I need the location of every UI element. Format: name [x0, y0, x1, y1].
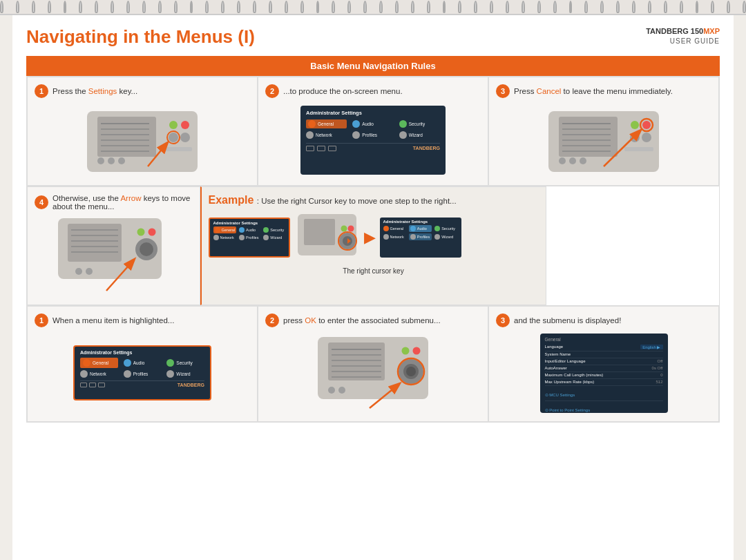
cursor-key-label: The right cursor key: [209, 267, 539, 275]
spiral-ring: [427, 1, 430, 13]
main-content: Navigating in the Menus (I) TANDBERG 150…: [12, 15, 734, 560]
step1-header: 1 Press the Settings key...: [35, 84, 250, 98]
device-svg-1: [73, 104, 211, 177]
spiral-ring: [79, 1, 82, 13]
page-title: Navigating in the Menus (I): [26, 26, 255, 48]
svg-point-70: [413, 347, 421, 354]
page-header: Navigating in the Menus (I) TANDBERG 150…: [26, 26, 720, 48]
row3-step1-number: 1: [35, 313, 48, 327]
row3-step3-header: 3 and the submenu is displayed!: [496, 313, 711, 327]
svg-point-48: [140, 242, 153, 256]
spiral-ring: [0, 1, 3, 13]
svg-point-29: [630, 133, 640, 142]
spiral-ring: [696, 1, 699, 13]
svg-point-78: [338, 387, 345, 394]
example-header: Example : Use the right Cursor key to mo…: [209, 194, 539, 206]
row2-grid: 4 Otherwise, use the Arrow keys to move …: [26, 186, 720, 306]
row3-step2-header: 2 press OK to enter the associated subme…: [265, 313, 481, 327]
spiral-ring: [316, 1, 320, 13]
device-svg-example: [294, 212, 360, 260]
spiral-ring: [490, 1, 493, 13]
spiral-ring: [522, 1, 525, 13]
spiral-ring: [711, 1, 714, 13]
right-arrow-separator: ▶: [364, 229, 376, 247]
step1-text: Press the Settings key...: [52, 87, 137, 95]
svg-point-52: [86, 268, 93, 275]
spiral-ring: [126, 1, 130, 13]
svg-point-46: [149, 229, 156, 236]
svg-point-73: [406, 367, 416, 376]
device-svg-3: [535, 104, 673, 177]
spiral-ring: [174, 1, 178, 13]
row3-step1-header: 1 When a menu item is highlighted...: [35, 313, 250, 327]
spiral-ring: [537, 1, 541, 13]
row3-step2-number: 2: [265, 313, 279, 327]
spiral-ring: [16, 1, 19, 13]
step4-number: 4: [35, 195, 48, 209]
spiral-ring: [616, 1, 620, 13]
spiral-ring: [158, 1, 162, 13]
menu-item-security: Security: [399, 119, 440, 128]
spiral-ring: [205, 1, 209, 13]
spiral-ring: [395, 1, 399, 13]
step2-number: 2: [265, 84, 279, 98]
menu-item-network: Network: [306, 131, 347, 139]
spiral-ring: [300, 1, 304, 13]
spiral-ring: [332, 1, 335, 13]
svg-point-33: [569, 157, 576, 164]
step3-text: Press Cancel to leave the menu immediate…: [514, 87, 673, 95]
svg-point-28: [642, 121, 651, 129]
submenu-row-inputlang: Input/Editor Language Off: [545, 358, 663, 365]
row3-cell3-image: General Language English ▶ System Name I…: [496, 331, 711, 414]
spiral-ring: [648, 1, 651, 13]
step2-image: Administrator Settings General Audio: [265, 102, 481, 178]
spiral-ring: [379, 1, 383, 13]
spiral-ring: [458, 1, 461, 13]
row2-cell1: 4 Otherwise, use the Arrow keys to move …: [27, 186, 200, 305]
svg-rect-62: [328, 342, 385, 380]
spiral-ring: [727, 1, 730, 13]
svg-point-10: [169, 133, 178, 142]
svg-point-27: [631, 121, 639, 129]
example-text: : Use the right Cursor key to move one s…: [257, 197, 457, 205]
example-menu1: Administrator Settings General Audio: [209, 218, 290, 258]
svg-point-11: [180, 133, 190, 142]
menu-item-profiles: Profiles: [352, 131, 393, 139]
row3-step1-text: When a menu item is highlighted...: [52, 316, 174, 325]
spiral-ring: [64, 1, 67, 13]
spiral-ring: [680, 1, 683, 13]
row2-cell-middle: Example : Use the right Cursor key to mo…: [200, 186, 546, 305]
step4-image: [35, 215, 193, 298]
ok-highlight: OK: [305, 316, 316, 325]
step1-image: [35, 102, 250, 178]
submenu-row-mcu: ⊙ MCU Settings: [545, 386, 663, 401]
settings-highlight: Settings: [88, 87, 117, 95]
row3-cell2-image: [265, 331, 481, 414]
spiral-ring: [221, 1, 224, 13]
svg-point-69: [402, 347, 410, 354]
row3-step3-text: and the submenu is displayed!: [514, 316, 621, 325]
spiral-ring: [95, 1, 98, 13]
svg-point-8: [169, 121, 178, 129]
spiral-ring: [553, 1, 557, 13]
step2-header: 2 ...to produce the on-screen menu.: [265, 84, 481, 98]
svg-point-45: [137, 229, 145, 236]
spiral-ring: [190, 1, 193, 13]
spiral-ring: [269, 1, 272, 13]
row1-cell1: 1 Press the Settings key...: [27, 77, 258, 186]
spiral-ring: [600, 1, 604, 13]
guide-label: USER GUIDE: [646, 37, 720, 46]
svg-rect-31: [624, 147, 653, 151]
spiral-ring: [506, 1, 509, 13]
svg-point-77: [328, 387, 335, 394]
section-header: Basic Menu Navigation Rules: [26, 56, 720, 76]
menu-bottom: TANDBERG: [306, 143, 440, 151]
svg-point-15: [118, 157, 125, 164]
spiral-ring: [664, 1, 667, 13]
step4-text: Otherwise, use the Arrow keys to move ab…: [52, 194, 193, 211]
submenu-row-p2p: ⊙ Point to Point Settings: [545, 401, 663, 413]
menu-screenshot-1: Administrator Settings General Audio: [300, 106, 446, 175]
submenu-screenshot: General Language English ▶ System Name I…: [540, 334, 668, 413]
submenu-row-language: Language English ▶: [545, 344, 663, 351]
menu-item-wizard: Wizard: [399, 131, 440, 139]
